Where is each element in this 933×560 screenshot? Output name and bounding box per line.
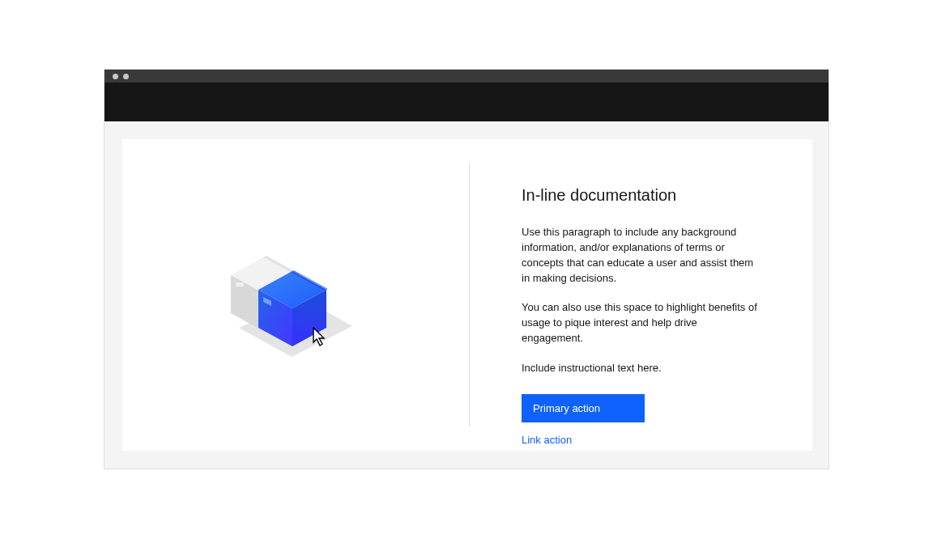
link-action[interactable]: Link action [522, 434, 761, 446]
illustration-panel [122, 139, 469, 451]
description-paragraph-1: Use this paragraph to include any backgr… [522, 225, 761, 286]
primary-action-button[interactable]: Primary action [522, 394, 645, 422]
titlebar [104, 70, 829, 83]
browser-frame: In-line documentation Use this paragraph… [104, 69, 829, 469]
page-title: In-line documentation [522, 185, 761, 206]
text-panel: In-line documentation Use this paragraph… [470, 139, 810, 451]
empty-state-card: In-line documentation Use this paragraph… [122, 139, 812, 451]
content-area: In-line documentation Use this paragraph… [104, 121, 829, 469]
app-header [104, 83, 829, 121]
window-control-dot[interactable] [123, 74, 129, 79]
window-control-dot[interactable] [113, 74, 118, 79]
instructional-text: Include instructional text here. [522, 361, 761, 376]
description-paragraph-2: You can also use this space to highlight… [522, 300, 761, 346]
svg-rect-5 [236, 282, 244, 286]
box-illustration [223, 239, 369, 352]
